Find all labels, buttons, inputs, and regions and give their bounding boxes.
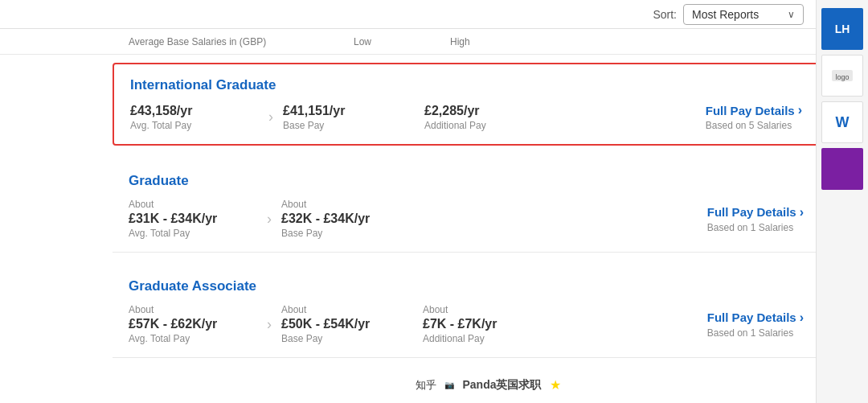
avg-total-pay-amount: £43,158/yr	[130, 104, 259, 118]
additional-pay-block-ga: About £7K - £7K/yr Additional Pay	[423, 304, 535, 344]
base-pay-amount: £41,151/yr	[283, 104, 411, 118]
arrow-icon: ›	[798, 103, 802, 117]
avg-total-pay-amount-ga: £57K - £62K/yr	[129, 317, 257, 331]
ad-white-1: logo	[821, 55, 863, 97]
ad-lh-text: LH	[835, 23, 850, 35]
avg-total-pay-block-ga: About £57K - £62K/yr Avg. Total Pay	[129, 304, 257, 344]
based-on-text-graduate: Based on 1 Salaries	[707, 222, 793, 233]
base-pay-label: Base Pay	[283, 120, 411, 131]
sidebar-ads: LH logo W	[816, 0, 868, 403]
avg-total-pay-label-ga: Avg. Total Pay	[129, 333, 257, 344]
ad-purple	[821, 148, 863, 190]
additional-pay-block: £2,285/yr Additional Pay	[424, 104, 537, 131]
full-pay-details-label-graduate: Full Pay Details	[707, 205, 796, 219]
avg-total-pay-label: Avg. Total Pay	[130, 120, 259, 131]
card-title-international-graduate[interactable]: International Graduate	[130, 77, 802, 93]
based-on-text-ga: Based on 1 Salaries	[707, 327, 793, 339]
about-additional-ga: About	[423, 304, 535, 315]
avg-total-pay-block: £43,158/yr Avg. Total Pay	[130, 104, 259, 131]
card-graduate-associate: Graduate Associate About £57K - £62K/yr …	[113, 265, 820, 358]
base-pay-block-graduate: About £32K - £34K/yr Base Pay	[281, 199, 410, 239]
full-pay-details-label: Full Pay Details	[706, 104, 795, 117]
card-title-graduate[interactable]: Graduate	[129, 173, 804, 189]
chevron-down-icon: ∨	[788, 9, 795, 20]
top-bar: Sort: Most Reports ∨	[0, 0, 868, 29]
base-pay-label-ga: Base Pay	[281, 333, 410, 344]
full-pay-details-link[interactable]: Full Pay Details ›	[706, 103, 802, 117]
svg-text:logo: logo	[835, 73, 849, 81]
card-international-graduate: International Graduate £43,158/yr Avg. T…	[113, 63, 820, 146]
card-title-graduate-associate[interactable]: Graduate Associate	[129, 278, 804, 294]
based-on-text: Based on 5 Salaries	[706, 120, 792, 131]
watermark-star: ★	[550, 377, 561, 393]
about-base-graduate: About	[281, 199, 410, 210]
about-avg-graduate: About	[129, 199, 257, 210]
chevron-separator-1: ›	[268, 109, 273, 125]
avg-total-pay-amount-graduate: £31K - £34K/yr	[129, 212, 257, 226]
full-pay-details-label-ga: Full Pay Details	[707, 310, 796, 324]
base-pay-amount-ga: £50K - £54K/yr	[281, 317, 410, 331]
base-pay-amount-graduate: £32K - £34K/yr	[281, 212, 410, 226]
arrow-icon-3: ›	[800, 310, 804, 325]
avg-total-pay-block-graduate: About £31K - £34K/yr Avg. Total Pay	[129, 199, 257, 239]
base-pay-label-graduate: Base Pay	[281, 228, 410, 239]
full-pay-details-block-graduate: Full Pay Details › Based on 1 Salaries	[707, 205, 804, 233]
full-pay-details-block: Full Pay Details › Based on 5 Salaries	[706, 103, 802, 131]
ad-logo-icon: logo	[830, 64, 854, 88]
additional-pay-amount-ga: £7K - £7K/yr	[423, 317, 535, 331]
pay-row-graduate-associate: About £57K - £62K/yr Avg. Total Pay › Ab…	[129, 304, 804, 344]
full-pay-details-link-ga[interactable]: Full Pay Details ›	[707, 310, 804, 325]
watermark: 知乎 📷 Panda英国求职 ★	[161, 367, 816, 403]
watermark-icon: 📷	[444, 380, 454, 389]
low-column-header: Low	[354, 36, 450, 47]
full-pay-details-link-graduate[interactable]: Full Pay Details ›	[707, 205, 804, 220]
about-avg-ga: About	[129, 304, 257, 315]
salary-list: International Graduate £43,158/yr Avg. T…	[0, 55, 868, 364]
additional-pay-label-ga: Additional Pay	[423, 333, 535, 344]
full-pay-details-block-ga: Full Pay Details › Based on 1 Salaries	[707, 310, 804, 339]
card-graduate: Graduate About £31K - £34K/yr Avg. Total…	[113, 160, 820, 253]
about-base-ga: About	[281, 304, 410, 315]
high-column-header: High	[450, 36, 547, 47]
avg-column-header: Average Base Salaries in (GBP)	[129, 36, 354, 47]
sort-dropdown[interactable]: Most Reports ∨	[683, 4, 804, 25]
base-pay-block-ga: About £50K - £54K/yr Base Pay	[281, 304, 410, 344]
chevron-separator-3: ›	[267, 316, 272, 333]
watermark-chinese: 知乎	[416, 378, 436, 393]
additional-pay-amount: £2,285/yr	[424, 104, 537, 118]
arrow-icon-2: ›	[800, 205, 804, 220]
sort-value: Most Reports	[692, 8, 759, 21]
avg-total-pay-label-graduate: Avg. Total Pay	[129, 228, 257, 239]
watermark-brand: Panda英国求职	[462, 378, 541, 393]
column-headers: Average Base Salaries in (GBP) Low High	[0, 29, 868, 55]
pay-row-graduate: About £31K - £34K/yr Avg. Total Pay › Ab…	[129, 199, 804, 239]
chevron-separator-2: ›	[267, 211, 272, 228]
sort-label: Sort:	[653, 8, 677, 21]
additional-pay-label: Additional Pay	[424, 120, 537, 131]
ad-w: W	[821, 101, 863, 143]
base-pay-block: £41,151/yr Base Pay	[283, 104, 411, 131]
ad-lh: LH	[821, 8, 863, 50]
ad-w-text: W	[836, 114, 850, 131]
pay-row-international-graduate: £43,158/yr Avg. Total Pay › £41,151/yr B…	[130, 103, 802, 131]
